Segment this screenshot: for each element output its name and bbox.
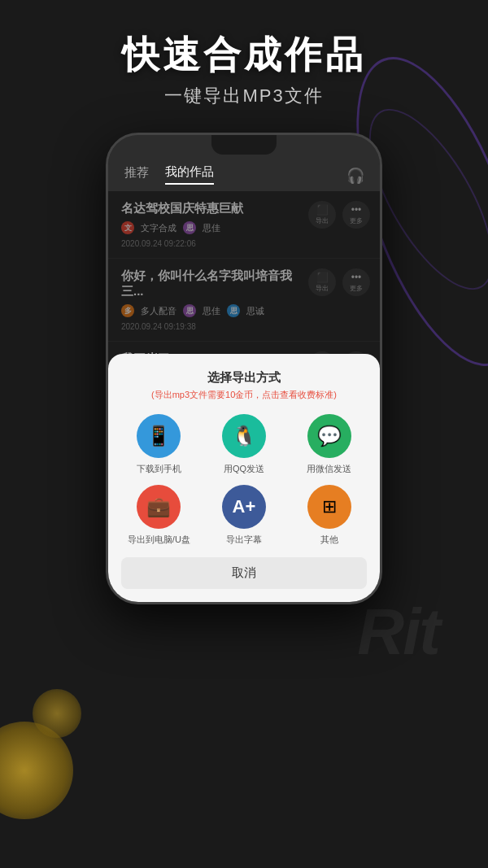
gold-circle-1 — [0, 722, 73, 819]
headphone-icon[interactable]: 🎧 — [344, 164, 367, 187]
qq-icon-circle: 🐧 — [222, 414, 266, 458]
wechat-icon-circle: 💬 — [307, 414, 351, 458]
subtitle-label: 导出字幕 — [226, 534, 262, 546]
tab-recommend[interactable]: 推荐 — [124, 165, 149, 184]
modal-subtitle: (导出mp3文件需要10金币，点击查看收费标准) — [121, 389, 367, 401]
header-section: 快速合成作品 一键导出MP3文件 — [0, 0, 488, 124]
phone-container: 推荐 我的作品 🎧 名达驾校国庆特惠巨献 文 文字合成 思 思佳 2020.09… — [0, 133, 488, 604]
modal-options-grid: 📱 下载到手机 🐧 用QQ发送 💬 用微信发送 💼 — [121, 414, 367, 546]
sub-title: 一键导出MP3文件 — [0, 84, 488, 108]
modal-option-other[interactable]: ⊞ 其他 — [291, 485, 367, 546]
modal-option-download[interactable]: 📱 下载到手机 — [121, 414, 197, 475]
wechat-label: 用微信发送 — [307, 463, 351, 475]
modal-option-subtitle[interactable]: A+ 导出字幕 — [207, 485, 282, 546]
subtitle-icon-circle: A+ — [222, 485, 266, 529]
modal-sheet: 选择导出方式 (导出mp3文件需要10金币，点击查看收费标准) 📱 下载到手机 … — [108, 354, 380, 602]
modal-option-wechat[interactable]: 💬 用微信发送 — [291, 414, 367, 475]
pc-label: 导出到电脑/U盘 — [128, 534, 190, 546]
phone-notch — [211, 135, 277, 155]
main-title: 快速合成作品 — [0, 33, 488, 77]
rit-decoration: Rit — [357, 595, 439, 670]
download-label: 下载到手机 — [137, 463, 181, 475]
bottom-area: Rit — [0, 604, 488, 686]
modal-title: 选择导出方式 — [121, 370, 367, 386]
modal-option-qq[interactable]: 🐧 用QQ发送 — [207, 414, 282, 475]
download-icon-circle: 📱 — [137, 414, 181, 458]
pc-icon-circle: 💼 — [137, 485, 181, 529]
other-icon-circle: ⊞ — [307, 485, 351, 529]
qq-label: 用QQ发送 — [224, 463, 264, 475]
phone-frame: 推荐 我的作品 🎧 名达驾校国庆特惠巨献 文 文字合成 思 思佳 2020.09… — [106, 133, 382, 604]
cancel-button[interactable]: 取消 — [121, 557, 367, 589]
gold-circle-2 — [33, 689, 81, 738]
phone-screen: 推荐 我的作品 🎧 名达驾校国庆特惠巨献 文 文字合成 思 思佳 2020.09… — [108, 135, 380, 602]
tab-my-works[interactable]: 我的作品 — [165, 164, 214, 185]
modal-option-pc[interactable]: 💼 导出到电脑/U盘 — [121, 485, 197, 546]
export-modal: 选择导出方式 (导出mp3文件需要10金币，点击查看收费标准) 📱 下载到手机 … — [108, 354, 380, 602]
other-label: 其他 — [320, 534, 338, 546]
